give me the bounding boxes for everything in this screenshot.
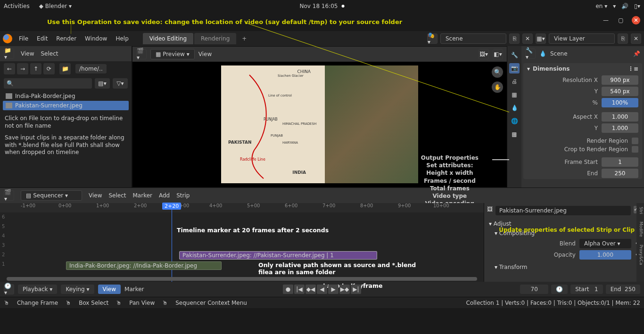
res-y-field[interactable]: 540 px: [602, 87, 638, 96]
file-item-selected[interactable]: Pakistan-Surrender.jpeg: [3, 101, 129, 110]
volume-icon[interactable]: 🔊: [621, 3, 628, 9]
browse-viewlayer-icon[interactable]: ▦▾: [536, 33, 546, 44]
menu-file[interactable]: File: [19, 35, 28, 42]
opacity-field[interactable]: 1.000: [579, 250, 631, 260]
preview-mode-dropdown[interactable]: ▦ Preview ▾: [150, 49, 195, 59]
render-region-check[interactable]: [632, 138, 638, 144]
delete-scene-icon[interactable]: ✕: [522, 33, 533, 44]
autokey-icon[interactable]: ●: [283, 285, 293, 294]
close-button[interactable]: ✕: [632, 16, 640, 24]
dimensions-header[interactable]: ▾ Dimensions⋮≡: [523, 63, 642, 74]
strip-selected[interactable]: Pakistan-Surrender.jpeg: //Pakistan-Surr…: [179, 251, 377, 260]
delete-viewlayer-icon[interactable]: ✕: [631, 33, 641, 44]
strip-name-field[interactable]: Pakistan-Surrender.jpeg: [495, 206, 631, 215]
pin-icon[interactable]: 📌: [633, 50, 640, 57]
editor-type-seq2-icon[interactable]: 🎬▾: [4, 190, 14, 201]
end-frame-field[interactable]: End 250: [606, 285, 640, 294]
seq-select-menu[interactable]: Select: [108, 192, 126, 199]
menu-render[interactable]: Render: [56, 35, 76, 42]
scene-name-field[interactable]: Scene: [440, 33, 506, 44]
res-x-field[interactable]: 900 px: [602, 75, 638, 85]
seq-marker-menu[interactable]: Marker: [133, 192, 152, 199]
tab-add[interactable]: +: [237, 33, 251, 44]
current-frame-field[interactable]: 70: [520, 285, 548, 294]
editor-type-props-icon[interactable]: 🔧▾: [525, 49, 536, 59]
start-frame-field[interactable]: Start 1: [570, 285, 603, 294]
proptab-texture-icon[interactable]: ▩: [509, 129, 520, 139]
proptab-world-icon[interactable]: 🌐: [509, 116, 520, 126]
timeline-scrollbar[interactable]: [7, 277, 477, 281]
sequencer-mode[interactable]: ▤ Sequencer ▾: [21, 190, 82, 201]
crop-region-check[interactable]: [632, 146, 638, 153]
res-pct-field[interactable]: 100%: [602, 98, 638, 107]
jump-start-icon[interactable]: |◀: [294, 285, 305, 294]
keying-dropdown[interactable]: Keying ▾: [61, 285, 94, 294]
menu-edit[interactable]: Edit: [37, 35, 48, 42]
jump-end-icon[interactable]: ▶|: [351, 285, 361, 294]
seq-strip-menu[interactable]: Strip: [176, 192, 190, 199]
blender-logo-icon[interactable]: [3, 34, 12, 43]
proptab-scene-icon[interactable]: 💧: [509, 103, 520, 113]
battery-icon[interactable]: ▯▾: [634, 3, 640, 9]
path-field[interactable]: /home/..: [75, 64, 107, 73]
display-mode-icon[interactable]: ▤▾: [95, 78, 110, 89]
transport-marker-menu[interactable]: Marker: [124, 286, 144, 293]
new-viewlayer-icon[interactable]: ⎘: [618, 33, 628, 44]
sidetab-strip[interactable]: Stri: [636, 203, 644, 218]
editor-type-seq-icon[interactable]: 🎬▾: [136, 49, 147, 59]
tab-rendering[interactable]: Rendering: [194, 33, 236, 44]
wifi-icon[interactable]: ▾: [613, 3, 616, 9]
pan-icon[interactable]: ✋: [492, 81, 503, 93]
gizmo-icon[interactable]: ◧▾: [493, 49, 503, 59]
overlay-icon[interactable]: 🖼▾: [479, 49, 489, 59]
timeline-ruler[interactable]: -1+00 0+00 1+00 2+00 3+00 4+00 5+00 6+00…: [0, 203, 484, 212]
preview-view-menu[interactable]: View: [198, 51, 212, 57]
aspect-y-field[interactable]: 1.000: [602, 123, 638, 133]
play-rev-icon[interactable]: ◀: [317, 285, 327, 294]
file-item[interactable]: India-Pak-Border.jpeg: [3, 91, 129, 101]
strip-unselected[interactable]: India-Pak-Border.jpeg: //India-Pak-Borde…: [66, 261, 222, 270]
viewlayer-field[interactable]: View Layer: [549, 33, 615, 44]
seq-add-menu[interactable]: Add: [159, 192, 170, 199]
sidetab-proxy[interactable]: Proxy&Ca: [636, 241, 644, 269]
new-scene-icon[interactable]: ⎘: [509, 33, 520, 44]
blend-dropdown[interactable]: Alpha Over ▾: [579, 239, 631, 248]
lang-indicator[interactable]: en ▾: [595, 3, 607, 9]
frame-end-field[interactable]: 250: [602, 169, 638, 178]
editor-type-icon[interactable]: 📁▾: [4, 49, 14, 59]
clock[interactable]: Nov 18 16:05: [300, 3, 338, 9]
frame-start-field[interactable]: 1: [602, 157, 638, 167]
tab-video-editing[interactable]: Video Editing: [143, 33, 193, 44]
nav-back-icon[interactable]: ←: [4, 63, 15, 74]
app-menu[interactable]: ◆ Blender ▾: [39, 3, 72, 9]
zoom-icon[interactable]: 🔍: [492, 66, 503, 78]
filepanel-view-menu[interactable]: View: [21, 50, 34, 57]
search-input[interactable]: 🔍: [4, 78, 92, 89]
proptab-tool-icon[interactable]: 🔧: [509, 50, 520, 60]
aspect-x-field[interactable]: 1.000: [602, 112, 638, 122]
playback-dropdown[interactable]: Playback ▾: [18, 285, 57, 294]
menu-window[interactable]: Window: [85, 35, 107, 42]
sidetab-modifier[interactable]: Modifie: [636, 218, 644, 241]
maximize-button[interactable]: ▢: [617, 16, 625, 24]
proptab-viewlayer-icon[interactable]: ▦: [509, 90, 520, 100]
proptab-render-icon[interactable]: 📷: [509, 63, 520, 73]
nav-refresh-icon[interactable]: ⟳: [43, 63, 55, 74]
editor-type-timeline-icon[interactable]: 🕐▾: [4, 284, 14, 294]
filter-icon[interactable]: ▽▾: [113, 78, 128, 89]
minimize-button[interactable]: —: [602, 16, 610, 24]
transform-header[interactable]: ▾ Transform: [486, 262, 642, 272]
nav-up-icon[interactable]: ↑: [30, 63, 41, 74]
seq-view-menu[interactable]: View: [89, 192, 102, 199]
browse-scene-icon[interactable]: 🎭▾: [427, 33, 438, 44]
proptab-output-icon[interactable]: 🖨: [509, 76, 520, 87]
play-icon[interactable]: ▶: [328, 285, 339, 294]
menu-help[interactable]: Help: [116, 35, 128, 42]
keyframe-next-icon[interactable]: ▶◆: [339, 285, 350, 294]
transport-view-btn[interactable]: View: [98, 285, 121, 294]
keyframe-prev-icon[interactable]: ◆◀: [305, 285, 316, 294]
nav-fwd-icon[interactable]: →: [17, 63, 28, 74]
clock-icon[interactable]: 🕐: [551, 285, 568, 294]
activities-button[interactable]: Activities: [4, 3, 30, 9]
nav-newdir-icon[interactable]: 📁: [59, 63, 71, 74]
